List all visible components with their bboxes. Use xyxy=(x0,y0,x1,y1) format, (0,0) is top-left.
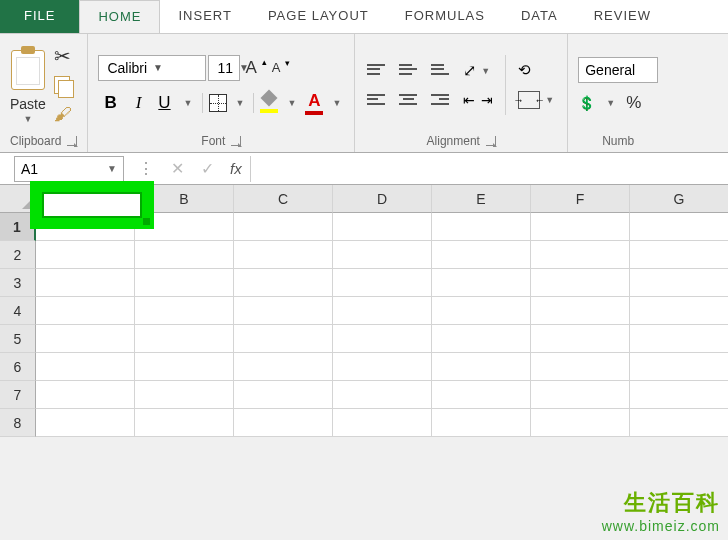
cell[interactable] xyxy=(630,297,728,325)
cell[interactable] xyxy=(135,241,234,269)
name-box-handle[interactable]: ⋮ xyxy=(130,159,162,178)
paste-dropdown[interactable]: ▼ xyxy=(20,114,35,124)
tab-insert[interactable]: INSERT xyxy=(160,0,249,33)
cell[interactable] xyxy=(333,409,432,437)
alignment-launcher[interactable] xyxy=(486,136,496,146)
cell[interactable] xyxy=(135,297,234,325)
tab-formulas[interactable]: FORMULAS xyxy=(387,0,503,33)
cell[interactable] xyxy=(531,297,630,325)
column-header[interactable]: G xyxy=(630,185,728,213)
cell[interactable] xyxy=(36,353,135,381)
paste-button[interactable]: Paste xyxy=(10,96,46,112)
cell[interactable] xyxy=(432,213,531,241)
cell[interactable] xyxy=(630,241,728,269)
cancel-button[interactable]: ✕ xyxy=(162,159,192,178)
cell[interactable] xyxy=(333,353,432,381)
cell[interactable] xyxy=(36,325,135,353)
cell[interactable] xyxy=(135,269,234,297)
row-header[interactable]: 3 xyxy=(0,269,36,297)
cell[interactable] xyxy=(531,241,630,269)
tab-home[interactable]: HOME xyxy=(79,0,160,33)
align-left-icon[interactable] xyxy=(365,91,387,109)
row-header[interactable]: 7 xyxy=(0,381,36,409)
tab-page-layout[interactable]: PAGE LAYOUT xyxy=(250,0,387,33)
cell[interactable] xyxy=(432,409,531,437)
cell[interactable] xyxy=(234,353,333,381)
paste-icon[interactable] xyxy=(11,50,45,90)
cell[interactable] xyxy=(432,297,531,325)
column-header[interactable]: F xyxy=(531,185,630,213)
fill-color-dropdown[interactable]: ▼ xyxy=(284,98,299,108)
row-header[interactable]: 6 xyxy=(0,353,36,381)
increase-indent-icon[interactable]: ⇥ xyxy=(481,92,493,108)
number-format-select[interactable]: General xyxy=(578,57,658,83)
wrap-text-icon[interactable]: ⟲ xyxy=(518,61,557,79)
align-center-icon[interactable] xyxy=(397,91,419,109)
cell[interactable] xyxy=(432,381,531,409)
fill-color-icon[interactable] xyxy=(260,92,278,108)
font-color-icon[interactable]: A xyxy=(308,91,320,111)
underline-dropdown[interactable]: ▼ xyxy=(181,98,196,108)
align-right-icon[interactable] xyxy=(429,91,451,109)
cell[interactable] xyxy=(432,241,531,269)
cell[interactable] xyxy=(333,297,432,325)
cell[interactable] xyxy=(36,409,135,437)
cell[interactable] xyxy=(630,353,728,381)
orientation-icon[interactable]: ⤢ xyxy=(463,61,476,80)
clipboard-launcher[interactable] xyxy=(67,136,77,146)
cell[interactable] xyxy=(333,381,432,409)
italic-button[interactable]: I xyxy=(129,93,149,113)
cell[interactable] xyxy=(630,213,728,241)
name-box[interactable]: A1 ▼ xyxy=(14,156,124,182)
cell[interactable] xyxy=(234,381,333,409)
cell[interactable] xyxy=(333,241,432,269)
cell[interactable] xyxy=(135,409,234,437)
font-name-select[interactable]: Calibri▼ xyxy=(98,55,206,81)
formula-input[interactable] xyxy=(250,156,728,182)
cell[interactable] xyxy=(630,381,728,409)
cell[interactable] xyxy=(531,213,630,241)
cell[interactable] xyxy=(135,325,234,353)
cell[interactable] xyxy=(630,409,728,437)
column-header[interactable]: C xyxy=(234,185,333,213)
font-size-select[interactable]: 11▼ xyxy=(208,55,240,81)
cell[interactable] xyxy=(234,297,333,325)
underline-button[interactable]: U xyxy=(154,93,174,113)
row-header[interactable]: 8 xyxy=(0,409,36,437)
cell[interactable] xyxy=(432,269,531,297)
font-color-dropdown[interactable]: ▼ xyxy=(329,98,344,108)
cell[interactable] xyxy=(234,409,333,437)
cell[interactable] xyxy=(36,241,135,269)
cell[interactable] xyxy=(234,241,333,269)
copy-icon[interactable] xyxy=(54,76,72,96)
bold-button[interactable]: B xyxy=(98,93,122,113)
cell[interactable] xyxy=(36,381,135,409)
cell[interactable] xyxy=(531,353,630,381)
font-launcher[interactable] xyxy=(231,136,241,146)
cell[interactable] xyxy=(333,325,432,353)
cell[interactable] xyxy=(234,325,333,353)
cell[interactable] xyxy=(234,269,333,297)
percent-format-icon[interactable]: % xyxy=(626,93,641,113)
tab-file[interactable]: FILE xyxy=(0,0,79,33)
align-top-icon[interactable] xyxy=(365,61,387,79)
cell[interactable] xyxy=(531,269,630,297)
enter-button[interactable]: ✓ xyxy=(192,159,222,178)
align-bottom-icon[interactable] xyxy=(429,61,451,79)
cell[interactable] xyxy=(333,213,432,241)
cell[interactable] xyxy=(531,325,630,353)
row-header[interactable]: 4 xyxy=(0,297,36,325)
cell[interactable] xyxy=(135,381,234,409)
increase-font-icon[interactable]: A xyxy=(242,58,259,78)
cell[interactable] xyxy=(36,297,135,325)
format-painter-icon[interactable]: 🖌 xyxy=(54,104,72,125)
decrease-font-icon[interactable]: A xyxy=(269,60,284,75)
tab-review[interactable]: REVIEW xyxy=(576,0,669,33)
cell[interactable] xyxy=(630,269,728,297)
cell[interactable] xyxy=(333,269,432,297)
cell[interactable] xyxy=(531,381,630,409)
cell[interactable] xyxy=(531,409,630,437)
cell[interactable] xyxy=(432,325,531,353)
insert-function-button[interactable]: fx xyxy=(222,160,250,177)
cell[interactable] xyxy=(135,353,234,381)
